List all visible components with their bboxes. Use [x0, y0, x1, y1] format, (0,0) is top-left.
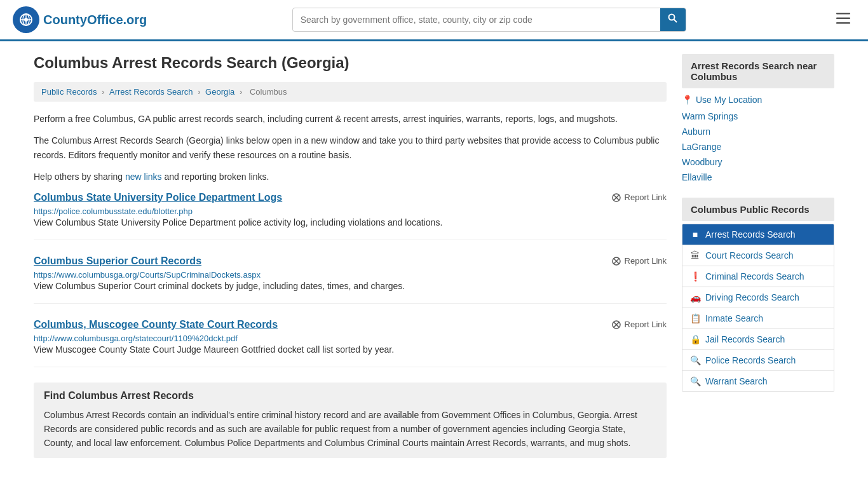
report-label: Report Link — [625, 256, 667, 266]
public-records-link[interactable]: 📋 Inmate Search — [682, 308, 834, 329]
link-desc: View Columbus Superior Court criminal do… — [34, 280, 667, 293]
svg-point-5 — [24, 18, 28, 22]
breadcrumb-columbus: Columbus — [250, 87, 287, 97]
link-item: Columbus, Muscogee County State Court Re… — [34, 319, 667, 367]
use-my-location-item[interactable]: 📍 Use My Location — [682, 91, 834, 109]
search-bar — [292, 8, 686, 32]
report-link-button[interactable]: Report Link — [611, 256, 667, 266]
nearby-city-item[interactable]: Ellaville — [682, 170, 834, 185]
report-label: Report Link — [625, 193, 667, 202]
public-records-item[interactable]: 🔍 Police Records Search — [682, 350, 834, 371]
logo-ext: .org — [123, 13, 147, 27]
link-item-header: Columbus State University Police Departm… — [34, 192, 667, 203]
nearby-city-item[interactable]: Woodbury — [682, 154, 834, 170]
desc-para-2: The Columbus Arrest Records Search (Geor… — [34, 133, 667, 162]
rec-label: Arrest Records Search — [705, 229, 796, 240]
public-records-item[interactable]: 🔍 Warrant Search — [682, 371, 834, 391]
rec-label: Police Records Search — [705, 355, 796, 365]
link-url[interactable]: http://www.columbusga.org/statecourt/110… — [34, 334, 238, 343]
link-item-title[interactable]: Columbus Superior Court Records — [34, 255, 201, 267]
desc-para-3-suffix: and reporting broken links. — [162, 172, 269, 182]
find-section: Find Columbus Arrest Records Columbus Ar… — [34, 383, 667, 458]
nearby-list: 📍 Use My Location Warm SpringsAuburnLaGr… — [682, 91, 834, 185]
rec-icon: 🔍 — [690, 355, 700, 365]
rec-icon: 🚗 — [690, 292, 700, 302]
use-my-location-link[interactable]: Use My Location — [696, 95, 762, 105]
rec-label: Warrant Search — [705, 376, 768, 386]
find-section-text: Columbus Arrest Records contain an indiv… — [44, 408, 656, 451]
public-records-link[interactable]: ❗ Criminal Records Search — [682, 266, 834, 287]
logo-area: CountyOffice.org — [13, 6, 147, 33]
breadcrumb-sep1: › — [102, 87, 107, 97]
nearby-city-link[interactable]: Warm Springs — [682, 111, 738, 121]
public-records-item[interactable]: ■ Arrest Records Search — [682, 224, 834, 245]
link-desc: View Muscogee County State Court Judge M… — [34, 343, 667, 356]
nearby-city-link[interactable]: Auburn — [682, 126, 710, 137]
link-item-title[interactable]: Columbus, Muscogee County State Court Re… — [34, 319, 278, 330]
public-records-title: Columbus Public Records — [682, 198, 834, 221]
link-item: Columbus State University Police Departm… — [34, 192, 667, 240]
nearby-city-item[interactable]: LaGrange — [682, 139, 834, 154]
right-sidebar: Arrest Records Search near Columbus 📍 Us… — [682, 54, 834, 466]
nearby-city-link[interactable]: Ellaville — [682, 172, 712, 182]
link-item: Columbus Superior Court Records Report L… — [34, 255, 667, 304]
svg-point-6 — [668, 15, 674, 20]
public-records-item[interactable]: 🏛 Court Records Search — [682, 245, 834, 266]
link-items-container: Columbus State University Police Departm… — [34, 192, 667, 367]
link-url[interactable]: https://www.columbusga.org/Courts/SupCri… — [34, 270, 261, 280]
svg-rect-10 — [836, 22, 850, 24]
rec-icon: 🔍 — [690, 376, 700, 386]
public-records-link[interactable]: 🏛 Court Records Search — [682, 245, 834, 266]
nearby-city-link[interactable]: Woodbury — [682, 157, 722, 167]
rec-icon: 📋 — [690, 313, 700, 323]
rec-label: Criminal Records Search — [705, 271, 804, 281]
desc-para-1: Perform a free Columbus, GA public arres… — [34, 112, 667, 126]
public-records-link[interactable]: 🔍 Police Records Search — [682, 350, 834, 370]
public-records-item[interactable]: 🚗 Driving Records Search — [682, 287, 834, 308]
public-records-link[interactable]: 🔒 Jail Records Search — [682, 329, 834, 349]
public-records-item[interactable]: 📋 Inmate Search — [682, 308, 834, 329]
report-label: Report Link — [625, 320, 667, 329]
svg-line-7 — [674, 20, 677, 23]
breadcrumb-sep2: › — [198, 87, 203, 97]
rec-icon: ❗ — [690, 271, 700, 281]
report-link-button[interactable]: Report Link — [611, 193, 667, 203]
link-item-title[interactable]: Columbus State University Police Departm… — [34, 192, 282, 203]
breadcrumb-arrest-records[interactable]: Arrest Records Search — [109, 87, 193, 97]
rec-icon: 🏛 — [690, 250, 700, 261]
main-container: Columbus Arrest Records Search (Georgia)… — [21, 41, 847, 478]
search-input[interactable] — [293, 10, 660, 30]
nearby-city-item[interactable]: Warm Springs — [682, 109, 834, 124]
public-records-link[interactable]: 🔍 Warrant Search — [682, 371, 834, 391]
new-links-link[interactable]: new links — [125, 172, 162, 182]
search-button[interactable] — [660, 8, 686, 31]
breadcrumb-sep3: › — [240, 87, 245, 97]
menu-button[interactable] — [831, 9, 855, 30]
nearby-title: Arrest Records Search near Columbus — [682, 54, 834, 88]
public-records-link[interactable]: 🚗 Driving Records Search — [682, 287, 834, 308]
report-link-button[interactable]: Report Link — [611, 320, 667, 330]
svg-rect-8 — [836, 13, 850, 15]
page-title: Columbus Arrest Records Search (Georgia) — [34, 54, 667, 72]
link-item-header: Columbus Superior Court Records Report L… — [34, 255, 667, 267]
breadcrumb: Public Records › Arrest Records Search ›… — [34, 82, 667, 102]
link-url[interactable]: https://police.columbusstate.edu/blotter… — [34, 207, 193, 216]
breadcrumb-georgia[interactable]: Georgia — [205, 87, 234, 97]
find-section-title: Find Columbus Arrest Records — [44, 390, 656, 402]
rec-label: Jail Records Search — [705, 334, 785, 344]
nearby-city-item[interactable]: Auburn — [682, 124, 834, 139]
public-records-link[interactable]: ■ Arrest Records Search — [682, 224, 834, 245]
nearby-city-link[interactable]: LaGrange — [682, 142, 721, 152]
site-header: CountyOffice.org — [0, 0, 868, 41]
logo-org: CountyOffice — [43, 13, 123, 27]
rec-label: Court Records Search — [705, 250, 794, 261]
public-records-item[interactable]: 🔒 Jail Records Search — [682, 329, 834, 350]
public-records-item[interactable]: ❗ Criminal Records Search — [682, 266, 834, 287]
location-icon: 📍 — [682, 95, 693, 105]
left-content: Columbus Arrest Records Search (Georgia)… — [34, 54, 667, 466]
desc-para-3-prefix: Help others by sharing — [34, 172, 125, 182]
breadcrumb-public-records[interactable]: Public Records — [41, 87, 97, 97]
logo-icon — [13, 6, 39, 33]
svg-rect-9 — [836, 18, 850, 20]
link-desc: View Columbus State University Police De… — [34, 216, 667, 229]
